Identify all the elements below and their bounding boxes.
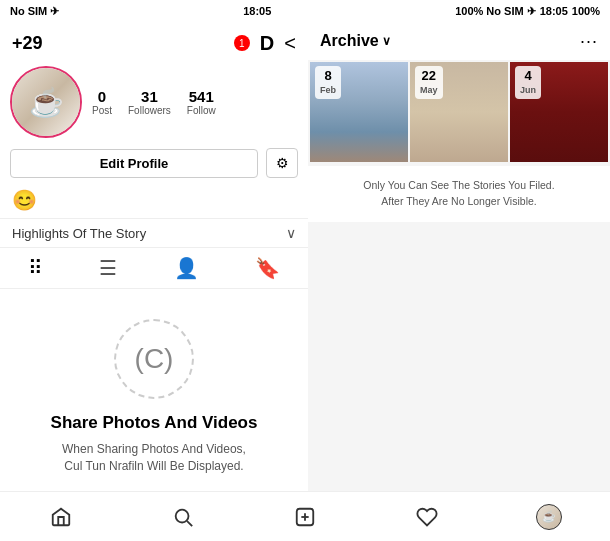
status-left: No SIM ✈	[10, 5, 59, 18]
svg-line-1	[187, 521, 192, 526]
right-panel: Archive ∨ ··· 8 Feb 22 May 4 Jun Only Yo…	[308, 22, 610, 491]
tab-tag-icon[interactable]: 👤	[174, 256, 199, 280]
stat-followers[interactable]: 31 Followers	[128, 88, 171, 116]
archive-note-line1: Only You Can See The Stories You Filed.	[318, 178, 600, 194]
nav-profile-icon[interactable]: ☕	[529, 497, 569, 537]
avatar-image: ☕	[12, 68, 80, 136]
story-thumb-1[interactable]: 8 Feb	[310, 62, 408, 162]
stat-following[interactable]: 541 Follow	[187, 88, 216, 116]
bottom-nav: ☕	[0, 491, 610, 541]
battery-right: 100%	[572, 5, 600, 17]
highlights-row[interactable]: Highlights Of The Story ∨	[0, 218, 308, 248]
archive-note: Only You Can See The Stories You Filed. …	[308, 166, 610, 222]
nav-add-icon[interactable]	[285, 497, 325, 537]
notification-badge[interactable]: 1	[234, 35, 250, 51]
highlights-label: Highlights Of The Story	[12, 226, 146, 241]
profile-tabs: ⠿ ☰ 👤 🔖	[0, 248, 308, 289]
share-subtitle-line2: Cul Tun Nrafiln Will Be Displayed.	[64, 459, 243, 473]
edit-row: Edit Profile ⚙	[0, 144, 308, 182]
status-right: 100% No SIM ✈ 18:05 100%	[455, 5, 600, 18]
tab-list-icon[interactable]: ☰	[99, 256, 117, 280]
left-header: +29 1 D <	[0, 22, 308, 60]
archive-chevron-icon: ∨	[382, 34, 391, 48]
username-label: +29	[12, 33, 43, 54]
story-month-1: Feb	[320, 85, 336, 97]
status-time-left: 18:05	[243, 5, 271, 17]
profile-row: ☕ 0 Post 31 Followers 541 Follow	[0, 60, 308, 144]
svg-point-0	[176, 509, 189, 522]
emoji-display: 😊	[0, 182, 308, 218]
followers-label: Followers	[128, 105, 171, 116]
story-month-2: May	[420, 85, 438, 97]
story-day-1: 8	[320, 68, 336, 85]
archive-title-text: Archive	[320, 32, 379, 50]
archive-title-row[interactable]: Archive ∨	[320, 32, 391, 50]
archive-note-line2: After They Are No Longer Visible.	[318, 194, 600, 210]
followers-count: 31	[141, 88, 158, 105]
following-label: Follow	[187, 105, 216, 116]
archive-header: Archive ∨ ···	[308, 22, 610, 60]
d-icon[interactable]: D	[260, 32, 274, 55]
sim-status-right: 100% No SIM ✈	[455, 5, 536, 18]
tab-bookmark-icon[interactable]: 🔖	[255, 256, 280, 280]
status-bar: No SIM ✈ 18:05 100% No SIM ✈ 18:05 100%	[0, 0, 610, 22]
story-date-badge-3: 4 Jun	[515, 66, 541, 99]
posts-label: Post	[92, 105, 112, 116]
posts-count: 0	[98, 88, 106, 105]
less-icon[interactable]: <	[284, 32, 296, 55]
following-count: 541	[189, 88, 214, 105]
story-date-badge-1: 8 Feb	[315, 66, 341, 99]
stats-row: 0 Post 31 Followers 541 Follow	[92, 88, 298, 116]
story-month-3: Jun	[520, 85, 536, 97]
more-options-icon[interactable]: ···	[580, 31, 598, 52]
share-section: (C) Share Photos And Videos When Sharing…	[0, 289, 308, 491]
nav-heart-icon[interactable]	[407, 497, 447, 537]
highlights-chevron-icon: ∨	[286, 225, 296, 241]
nav-home-icon[interactable]	[41, 497, 81, 537]
story-thumb-3[interactable]: 4 Jun	[510, 62, 608, 162]
time-right: 18:05	[540, 5, 568, 17]
edit-profile-button[interactable]: Edit Profile	[10, 149, 258, 178]
stat-posts[interactable]: 0 Post	[92, 88, 112, 116]
story-date-badge-2: 22 May	[415, 66, 443, 99]
header-right-icons: 1 D <	[234, 32, 296, 55]
avatar[interactable]: ☕	[10, 66, 82, 138]
share-subtitle-line1: When Sharing Photos And Videos,	[62, 442, 246, 456]
story-day-2: 22	[420, 68, 438, 85]
nav-profile-avatar: ☕	[536, 504, 562, 530]
nav-search-icon[interactable]	[163, 497, 203, 537]
sim-status-left: No SIM ✈	[10, 5, 59, 18]
settings-button[interactable]: ⚙	[266, 148, 298, 178]
story-grid: 8 Feb 22 May 4 Jun	[308, 60, 610, 164]
left-panel: +29 1 D < ☕ 0 Post 31 Followers 541 Foll…	[0, 22, 308, 491]
share-title: Share Photos And Videos	[51, 413, 258, 433]
share-symbol: (C)	[135, 343, 174, 375]
story-day-3: 4	[520, 68, 536, 85]
story-thumb-2[interactable]: 22 May	[410, 62, 508, 162]
share-subtitle: When Sharing Photos And Videos, Cul Tun …	[62, 441, 246, 475]
tab-grid-icon[interactable]: ⠿	[28, 256, 43, 280]
share-icon: (C)	[114, 319, 194, 399]
